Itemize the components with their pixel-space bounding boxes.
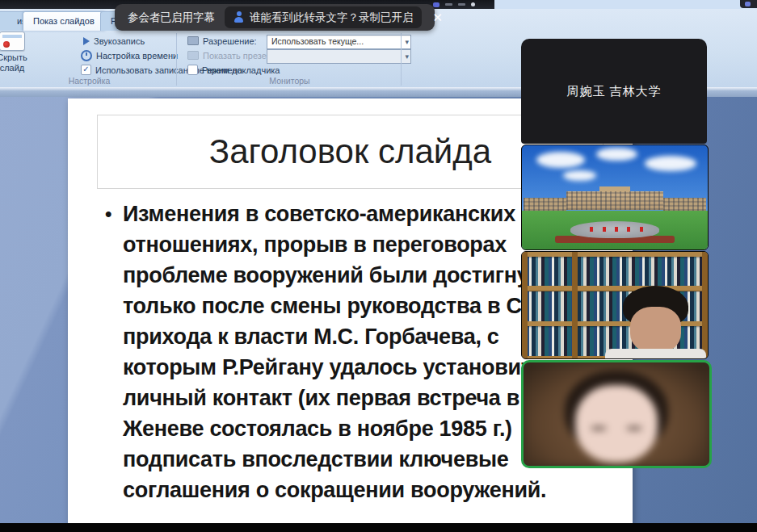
video-sidebar: 周婉玉 吉林大学 <box>521 39 707 469</box>
hide-slide-icon <box>0 31 25 51</box>
record-narration-label: Звукозапись <box>94 36 145 46</box>
transcript-notice-text: 谁能看到此转录文字？录制已开启 <box>250 10 414 25</box>
hide-slide-label-2: слайд <box>0 63 31 73</box>
show-on-dropdown: ▾ <box>267 49 411 64</box>
presenter-view-checkbox-row[interactable]: Режим докладчика <box>187 64 280 76</box>
record-narration-button[interactable]: Звукозапись <box>81 35 145 47</box>
participant-tile-speaker-bookshelf[interactable] <box>521 251 709 359</box>
hide-slide-button[interactable]: Скрыть слайд <box>0 31 31 82</box>
resolution-dropdown[interactable]: Использовать текуще... ▾ <box>267 35 411 49</box>
participant-face <box>619 286 693 359</box>
monitor-icon-dim <box>187 51 199 60</box>
blurred-face <box>524 362 709 466</box>
group-divider-2 <box>401 33 402 86</box>
chevron-down-icon-dim: ▾ <box>405 51 409 63</box>
clock-icon <box>81 50 92 61</box>
hide-slide-label-1: Скрыть <box>0 52 31 63</box>
app-icon <box>745 2 751 6</box>
zoom-toolbar-fragment <box>433 1 490 8</box>
campus-building-wing <box>524 198 566 212</box>
top-ribbon-edge <box>494 0 757 9</box>
campus-building-wing <box>663 198 706 212</box>
zoom-notification-bar: 参会者已启用字幕 谁能看到此转录文字？录制已开启 ✕ <box>115 4 435 31</box>
chevron-down-icon[interactable]: ▾ <box>405 36 409 48</box>
resolution-label: Разрешение: <box>203 36 257 46</box>
bottom-letterbox <box>0 523 757 532</box>
tab-slideshow[interactable]: Показ слайдов <box>23 11 105 31</box>
participant-tile-active-speaker[interactable] <box>521 360 712 468</box>
transcript-notice-segment[interactable]: 谁能看到此转录文字？录制已开启 <box>225 6 422 28</box>
window-corner-fragment <box>740 0 757 8</box>
monument-stone <box>570 221 659 238</box>
rehearse-timings-label: Настройка времени <box>96 51 178 61</box>
close-icon[interactable]: ✕ <box>433 10 444 25</box>
participant-tile-campus-video[interactable] <box>521 145 709 250</box>
campus-building <box>566 191 663 210</box>
captions-enabled-notice: 参会者已启用字幕 <box>128 10 215 25</box>
monitor-icon <box>187 36 199 45</box>
screen: ия Показ слайдов Рецен Скрыть слайд Звук… <box>0 0 757 532</box>
rehearse-timings-button[interactable]: Настройка времени <box>81 49 178 61</box>
zoom-app-icon <box>433 2 439 7</box>
slide-title: Заголовок слайда <box>209 132 491 171</box>
participant-name: 周婉玉 吉林大学 <box>566 84 661 99</box>
slide-body-line: соглашения о сокращении вооружений. <box>105 475 633 505</box>
resolution-value: Использовать текуще... <box>271 36 364 46</box>
checkbox-unchecked-icon[interactable] <box>187 65 198 75</box>
checkbox-checked-icon[interactable]: ✓ <box>81 65 91 75</box>
presenter-view-label: Режим докладчика <box>202 65 280 75</box>
play-icon <box>83 37 90 45</box>
resolution-row: Разрешение: <box>187 35 257 47</box>
participant-tile-name-only[interactable]: 周婉玉 吉林大学 <box>521 39 707 144</box>
person-icon <box>233 11 245 23</box>
bullet-glyph: • <box>105 199 111 229</box>
